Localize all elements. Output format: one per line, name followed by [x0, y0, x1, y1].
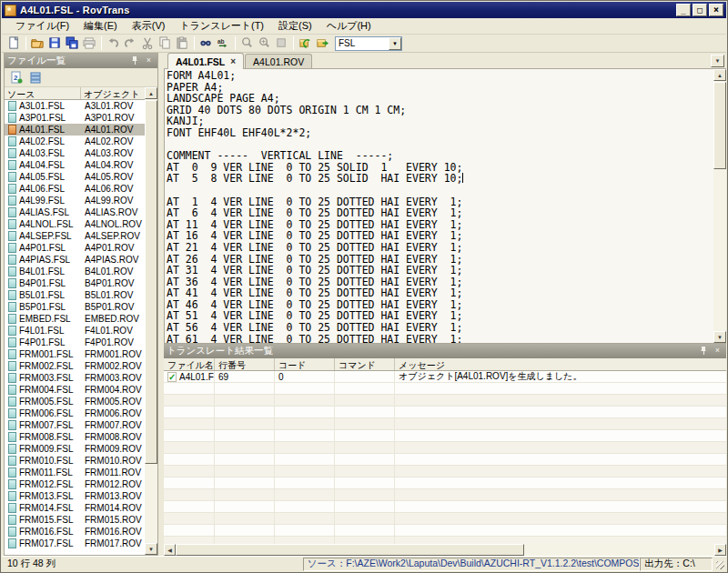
- file-list-item[interactable]: FRM008.FSLFRM008.ROV: [5, 431, 145, 443]
- file-list-item[interactable]: F4L01.FSLF4L01.ROV: [5, 325, 145, 337]
- result-column-header[interactable]: コマンド: [335, 358, 395, 370]
- file-list-item[interactable]: A4L04.FSLA4L04.ROV: [5, 159, 145, 171]
- tab-a4l01-fsl[interactable]: A4L01.FSL×: [167, 53, 244, 69]
- result-hscrollbar[interactable]: ◀ ▶: [164, 544, 726, 556]
- editor-scrollbar[interactable]: ▲ ▼: [713, 69, 726, 343]
- close-panel-icon[interactable]: ×: [712, 346, 723, 357]
- result-command: [335, 371, 395, 382]
- code-editor[interactable]: FORM A4L01;PAPER A4;LANDSCAPE PAGE A4;GR…: [164, 69, 713, 343]
- file-list-item[interactable]: A4LIAS.FSLA4LIAS.ROV: [5, 206, 145, 218]
- tab-close-icon[interactable]: ×: [230, 57, 236, 66]
- file-list-item[interactable]: A4L02.FSLA4L02.ROV: [5, 136, 145, 147]
- menu-item[interactable]: ヘルプ(H): [320, 17, 378, 35]
- result-column-header[interactable]: コード: [275, 358, 335, 370]
- file-list-item[interactable]: A4L01.FSLA4L01.ROV: [5, 124, 145, 136]
- scroll-up-icon[interactable]: ▲: [145, 87, 157, 99]
- tab-a4l01-rov[interactable]: A4L01.ROV: [245, 54, 312, 68]
- menu-item[interactable]: 表示(V): [126, 17, 172, 35]
- column-header-source[interactable]: ソース: [5, 87, 81, 99]
- scroll-down-icon[interactable]: ▼: [713, 331, 726, 343]
- find-button[interactable]: [197, 35, 215, 52]
- source-file-name: A4PIAS.FSL: [19, 255, 85, 265]
- source-file-name: FRM015.FSL: [19, 515, 85, 525]
- file-list-item[interactable]: FRM012.FSLFRM012.ROV: [5, 478, 145, 490]
- file-list-item[interactable]: FRM016.FSLFRM016.ROV: [5, 526, 145, 538]
- file-icon: [8, 243, 16, 253]
- pin-icon[interactable]: [129, 55, 141, 66]
- empty-cell: [395, 407, 726, 417]
- file-list-item[interactable]: A4L06.FSLA4L06.ROV: [5, 183, 145, 195]
- file-list-item[interactable]: EMBED.FSLEMBED.ROV: [5, 313, 145, 325]
- file-list-item[interactable]: FRM017.FSLFRM017.ROV: [5, 538, 145, 549]
- file-list-item[interactable]: A4LNOL.FSLA4LNOL.ROV: [5, 218, 145, 230]
- replace-button[interactable]: ab: [215, 35, 232, 52]
- result-column-header[interactable]: 行番号: [215, 358, 275, 370]
- close-panel-icon[interactable]: ×: [143, 55, 155, 66]
- file-list-item[interactable]: F4P01.FSLF4P01.ROV: [5, 337, 145, 348]
- file-list-item[interactable]: A4LSEP.FSLA4LSEP.ROV: [5, 230, 145, 242]
- tab-list-dropdown-icon[interactable]: ▼: [711, 55, 724, 67]
- file-list-item[interactable]: A4L99.FSLA4L99.ROV: [5, 195, 145, 206]
- list-view-button[interactable]: [27, 70, 43, 85]
- file-list-item[interactable]: A4PIAS.FSLA4PIAS.ROV: [5, 254, 145, 266]
- file-list-item[interactable]: A4L03.FSLA4L03.ROV: [5, 147, 145, 159]
- chevron-down-icon[interactable]: ▼: [389, 37, 401, 50]
- file-list-item[interactable]: FRM006.FSLFRM006.ROV: [5, 407, 145, 419]
- file-list-item[interactable]: FRM004.FSLFRM004.ROV: [5, 384, 145, 396]
- translate-all-button[interactable]: [314, 35, 331, 52]
- file-list-item[interactable]: FRM002.FSLFRM002.ROV: [5, 360, 145, 372]
- result-column-header[interactable]: メッセージ: [395, 358, 726, 370]
- file-list-item[interactable]: FRM001.FSLFRM001.ROV: [5, 348, 145, 360]
- save-all-button[interactable]: [64, 35, 81, 52]
- scroll-up-icon[interactable]: ▲: [713, 69, 726, 81]
- file-list-item[interactable]: A4L05.FSLA4L05.ROV: [5, 171, 145, 183]
- object-file-name: FRM012.ROV: [85, 479, 145, 489]
- file-list-item[interactable]: FRM015.FSLFRM015.ROV: [5, 514, 145, 526]
- minimize-button[interactable]: _: [676, 4, 691, 16]
- menu-item[interactable]: トランスレート(T): [173, 17, 270, 35]
- object-file-name: FRM017.ROV: [85, 538, 145, 548]
- scroll-right-icon[interactable]: ▶: [714, 544, 726, 556]
- scroll-left-icon[interactable]: ◀: [164, 544, 176, 556]
- file-list-item[interactable]: FRM010.FSLFRM010.ROV: [5, 455, 145, 467]
- pin-icon[interactable]: [698, 346, 710, 357]
- file-list-item[interactable]: A3P01.FSLA3P01.ROV: [5, 112, 145, 124]
- save-file-button[interactable]: [46, 35, 64, 52]
- file-list-item[interactable]: A4P01.FSLA4P01.ROV: [5, 242, 145, 254]
- new-document-button[interactable]: [5, 35, 23, 52]
- scrollbar-thumb[interactable]: [176, 544, 524, 556]
- scrollbar-thumb[interactable]: [145, 100, 157, 464]
- file-list-item[interactable]: FRM009.FSLFRM009.ROV: [5, 443, 145, 455]
- empty-cell: [395, 537, 726, 544]
- result-column-header[interactable]: ファイル名: [164, 358, 215, 370]
- abort-icon: [275, 36, 288, 50]
- file-list-item[interactable]: FRM005.FSLFRM005.ROV: [5, 396, 145, 407]
- menu-item[interactable]: 編集(E): [77, 17, 124, 35]
- file-list-scrollbar[interactable]: ▲ ▼: [145, 87, 157, 555]
- editor-line: AT 56 4 VER LINE 0 TO 25 DOTTED HAI EVER…: [167, 322, 713, 334]
- file-list-item[interactable]: FRM007.FSLFRM007.ROV: [5, 419, 145, 431]
- file-list-item[interactable]: A3L01.FSLA3L01.ROV: [5, 100, 145, 112]
- menu-item[interactable]: 設定(S): [272, 17, 318, 35]
- file-list-item[interactable]: B5P01.FSLB5P01.ROV: [5, 301, 145, 313]
- maximize-button[interactable]: □: [693, 4, 707, 16]
- menu-item[interactable]: ファイル(F): [9, 17, 76, 35]
- scrollbar-track[interactable]: [524, 544, 714, 556]
- empty-cell: [335, 525, 395, 536]
- file-list-item[interactable]: B4L01.FSLB4L01.ROV: [5, 266, 145, 277]
- open-file-button[interactable]: [29, 35, 46, 52]
- resize-grip[interactable]: [713, 558, 726, 571]
- file-list-item[interactable]: B5L01.FSLB5L01.ROV: [5, 289, 145, 301]
- format-combo[interactable]: FSL▼: [335, 36, 402, 51]
- scroll-down-icon[interactable]: ▼: [145, 543, 157, 555]
- scrollbar-thumb[interactable]: [713, 82, 726, 169]
- translate-file-button[interactable]: [297, 35, 314, 52]
- file-list-item[interactable]: B4P01.FSLB4P01.ROV: [5, 277, 145, 289]
- refresh-list-button[interactable]: 2: [8, 70, 24, 85]
- file-list-item[interactable]: FRM003.FSLFRM003.ROV: [5, 372, 145, 384]
- file-list-item[interactable]: FRM013.FSLFRM013.ROV: [5, 490, 145, 502]
- result-row[interactable]: ✓A4L01.FSL690オブジェクト[A4L01.ROV]を生成しました。: [164, 371, 726, 383]
- close-button[interactable]: ×: [709, 4, 723, 16]
- file-list-item[interactable]: FRM011.FSLFRM011.ROV: [5, 467, 145, 478]
- file-list-item[interactable]: FRM014.FSLFRM014.ROV: [5, 502, 145, 514]
